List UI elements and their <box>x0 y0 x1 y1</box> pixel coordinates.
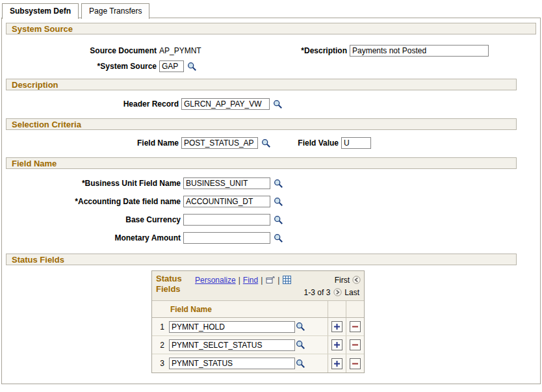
add-row-button[interactable] <box>331 321 342 332</box>
field-name-input[interactable] <box>181 137 258 149</box>
tab-label: Subsystem Defn <box>10 7 71 16</box>
field-name-column-header: Field Name <box>166 301 328 317</box>
status-field-name-input[interactable] <box>169 339 295 351</box>
field-value-label: Field Value <box>274 138 339 148</box>
monetary-amount-label: Monetary Amount <box>6 233 181 242</box>
description-input[interactable] <box>350 45 489 57</box>
table-row: 1 <box>152 318 364 336</box>
grid-header: Status Fields Personalize | Find | | <box>152 271 364 301</box>
field-value-input[interactable] <box>341 137 371 149</box>
first-label: First <box>335 276 350 285</box>
minus-icon <box>352 342 358 348</box>
delete-row-button[interactable] <box>350 339 361 350</box>
minus-icon <box>352 361 358 367</box>
add-row-button[interactable] <box>331 339 342 350</box>
row-number: 3 <box>152 354 166 372</box>
section-header-system-source: System Source <box>6 23 536 34</box>
base-currency-label: Base Currency <box>6 215 181 224</box>
form-row: *System Source <box>6 60 536 73</box>
row-number: 2 <box>152 336 166 354</box>
content-frame: System Source Source Document AP_PYMNT *… <box>1 18 541 384</box>
lookup-icon[interactable] <box>296 340 305 350</box>
grid-title: Status Fields <box>156 274 195 298</box>
lookup-icon[interactable] <box>296 359 305 369</box>
row-number: 1 <box>152 318 166 335</box>
last-label: Last <box>344 288 359 297</box>
form-row: Field Name Field Value <box>6 137 536 150</box>
section-title: Selection Criteria <box>12 120 81 129</box>
header-record-label: Header Record <box>6 99 179 109</box>
source-document-label: Source Document <box>6 46 157 55</box>
system-source-label: *System Source <box>6 62 157 71</box>
plus-icon <box>334 342 340 348</box>
accounting-date-field-name-label: *Accounting Date field name <box>6 197 181 206</box>
lookup-icon[interactable] <box>274 215 283 225</box>
business-unit-field-name-input[interactable] <box>183 177 270 189</box>
status-field-name-input[interactable] <box>169 358 295 369</box>
form-row: Header Record <box>6 98 536 111</box>
download-icon[interactable] <box>283 276 291 284</box>
form-row: *Accounting Date field name <box>6 192 536 211</box>
row-number-column-header <box>152 301 166 317</box>
delete-row-button[interactable] <box>350 358 361 369</box>
minus-icon <box>352 324 358 330</box>
form-row: Base Currency <box>6 211 536 229</box>
lookup-icon[interactable] <box>273 99 283 109</box>
tab-label: Page Transfers <box>89 7 142 16</box>
monetary-amount-input[interactable] <box>183 232 270 244</box>
previous-row-icon[interactable] <box>352 276 361 284</box>
lookup-icon[interactable] <box>274 179 283 189</box>
lookup-icon[interactable] <box>261 138 271 148</box>
lookup-icon[interactable] <box>187 62 197 72</box>
plus-icon <box>334 324 340 330</box>
base-currency-input[interactable] <box>183 214 270 226</box>
page: Subsystem Defn Page Transfers System Sou… <box>0 0 542 392</box>
add-row-button[interactable] <box>331 358 342 369</box>
section-title: Field Name <box>12 159 57 168</box>
popup-window-icon[interactable] <box>266 276 275 284</box>
delete-column-header <box>346 301 364 317</box>
header-record-input[interactable] <box>181 98 270 110</box>
row-range-label: 1-3 of 3 <box>304 288 331 297</box>
lookup-icon[interactable] <box>274 197 283 207</box>
field-name-label: Field Name <box>6 138 179 148</box>
section-header-field-name: Field Name <box>6 157 517 169</box>
personalize-link[interactable]: Personalize <box>195 276 236 285</box>
section-title: System Source <box>12 24 73 34</box>
accounting-date-field-name-input[interactable] <box>183 196 270 207</box>
section-header-description: Description <box>6 79 517 90</box>
form-row: Monetary Amount <box>6 229 536 247</box>
delete-row-button[interactable] <box>350 321 361 332</box>
separator: | <box>261 276 263 285</box>
plus-icon <box>334 361 340 367</box>
separator: | <box>277 276 279 285</box>
add-column-header <box>328 301 346 317</box>
next-row-icon[interactable] <box>333 288 342 296</box>
grid-navigation: Personalize | Find | | First <box>195 274 361 298</box>
source-document-value: AP_PYMNT <box>159 46 279 55</box>
section-header-status-fields: Status Fields <box>6 254 517 265</box>
status-fields-grid: Status Fields Personalize | Find | | <box>151 270 365 373</box>
description-label: *Description <box>282 46 347 55</box>
table-row: 2 <box>152 336 364 354</box>
lookup-icon[interactable] <box>274 233 283 243</box>
system-source-input[interactable] <box>159 60 184 72</box>
section-header-selection-criteria: Selection Criteria <box>6 118 517 130</box>
grid-column-header-row: Field Name <box>152 301 364 318</box>
tab-subsystem-defn[interactable]: Subsystem Defn <box>2 3 79 19</box>
status-field-name-input[interactable] <box>169 321 295 333</box>
table-row: 3 <box>152 354 364 372</box>
form-row: *Business Unit Field Name <box>6 174 536 192</box>
tab-bar: Subsystem Defn Page Transfers <box>2 3 149 19</box>
separator: | <box>239 276 240 285</box>
find-link[interactable]: Find <box>243 276 258 285</box>
tab-page-transfers[interactable]: Page Transfers <box>81 3 149 19</box>
business-unit-field-name-label: *Business Unit Field Name <box>6 179 181 188</box>
section-title: Status Fields <box>12 255 64 265</box>
section-title: Description <box>12 80 58 90</box>
form-row: Source Document AP_PYMNT *Description <box>6 44 536 57</box>
lookup-icon[interactable] <box>296 322 305 332</box>
